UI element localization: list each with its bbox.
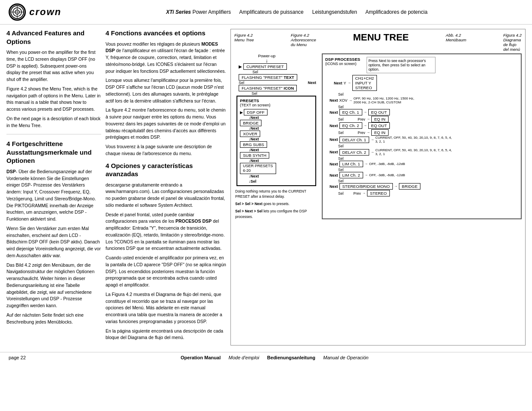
next-user-presets: ↓Next: [249, 174, 313, 178]
section2-p2: Wenn Sie den Verstärker zum ersten Mal e…: [6, 225, 101, 259]
eq-out-1: EQ OUT: [368, 109, 390, 115]
eq-ch2-box: EQ Ch. 2: [339, 122, 362, 129]
section2-p1: DSP- Über die Bedienungsanzeige auf der …: [6, 168, 101, 223]
stereo-bridge-sel-row: Sel Prev → STEREO: [338, 190, 518, 196]
brg-subs-box: BRG SUBS: [240, 141, 267, 148]
footer-page: page 22: [9, 355, 26, 360]
lim-ch2-row: Next LIM Ch. 2 → OFF, -3dB, -6dB, -12dB: [330, 172, 518, 178]
dsp-processes-block: DSP PROCESSES (ICONS on screen): [325, 57, 360, 66]
footer: page 22 Operation Manual Mode d'emploi B…: [0, 352, 532, 363]
header-title-italic: XTi Series: [166, 9, 191, 15]
menu-tree-big-title: MENU TREE: [353, 33, 409, 52]
section4-p4: La Figura 4.2 muestra el Diagrama de flu…: [106, 291, 226, 325]
mid-column: 4 Fonctions avancées et options Vous pou…: [106, 29, 226, 346]
eq-ch2-sel-row: Sel Prev → EQ IN: [338, 129, 518, 136]
preset-list: ▶ DSP OFF ↓Next BRIDGE ↓Next XOVER: [240, 109, 313, 178]
section3-p3: La figure 4.2 montre l'arborescence du m…: [106, 107, 226, 141]
section1-p3: On the next page is a description of eac…: [6, 115, 101, 129]
lim-ch1-next: Next: [330, 162, 338, 166]
page-wrapper: crown XTi Series Power Amplifiers Amplif…: [0, 0, 532, 363]
icons-on-screen: (ICONS on screen): [325, 62, 360, 66]
arr-eq-in-1: →: [367, 117, 370, 121]
next-1: Next: [308, 81, 316, 85]
section2-title: 4 Fortgeschrittene Ausstattungsmerkmale …: [6, 140, 101, 165]
delay-ch1-next: Next: [330, 137, 338, 142]
footer-center: Operation Manual Mode d'emploi Bedienung…: [180, 355, 368, 360]
flashing-preset-icon-row: FLASHING "PRESET" ICON: [239, 85, 318, 91]
sel-delay-ch1: Sel: [338, 144, 518, 148]
stereo-bridge-row: Next STEREO/BRIDGE MONO → BRIDGE: [330, 183, 518, 190]
section1-body: When you power-on the amplifier for the …: [6, 49, 101, 129]
dsp-processes-title: DSP PROCESSES: [325, 57, 360, 62]
y-label: Y: [344, 81, 346, 85]
press-next-note: Press Next to see each processor's optio…: [367, 57, 436, 73]
header-title-rest: Power Amplifiers: [191, 9, 231, 15]
footer-mode-emploi: Mode d'emploi: [229, 355, 259, 360]
lim-ch2-box: LIM Ch. 2: [339, 172, 363, 178]
xov-label: XOV: [339, 98, 348, 103]
eq-ch1-box: EQ Ch. 1: [339, 109, 362, 115]
xover-row: XOVER: [240, 131, 313, 137]
flashing-preset-text-box: FLASHING "PRESET" TEXT: [239, 74, 297, 81]
eq-ch1-next: Next: [330, 110, 338, 115]
header-subtitle3: Amplificadores de potencia: [365, 9, 427, 15]
header-subtitle1: Amplificateurs de puissance: [239, 9, 303, 15]
eq-in-1: EQ IN: [371, 116, 389, 122]
presets-area: PRESETS (TEXT on screen) ▶ DSP OFF ↓Next…: [236, 96, 316, 186]
left-flow: Power-up ↓ ▶ CURRENT PRESET Sel FLASHING…: [234, 53, 318, 219]
ch1-ch2-box: CH1+CH2INPUT YSTEREO: [352, 75, 377, 91]
figure-label-4: Figura 4.2Diagramade flujodel menú: [503, 33, 522, 52]
section2-p3: Das Bild 4.2 zeigt den Menübaum, der die…: [6, 262, 101, 309]
xov-arrow: →: [349, 99, 352, 103]
sel-2: Sel: [239, 81, 244, 85]
presets-label: PRESETS: [240, 98, 313, 103]
bottom-notes: Doing nothing returns you to the CURRENT…: [235, 189, 318, 220]
arrow-current: ▶: [239, 64, 242, 69]
user-presets-box: USER PRESETS 6-20: [240, 163, 276, 174]
bridge-row: BRIDGE: [240, 120, 313, 126]
note3: Sel > Next > Sel lets you configure the …: [235, 209, 318, 220]
next-xover: ↓Next: [249, 137, 313, 141]
section3-p1: Vous pouvez modifier les réglages de plu…: [106, 41, 226, 75]
prev-stereo-bridge: Prev: [353, 191, 361, 196]
delay-ch1-arrow: →: [370, 138, 374, 142]
section4-p3: Cuando usted enciende el amplificador po…: [106, 255, 226, 289]
flashing-preset-icon-box: FLASHING "PRESET" ICON: [239, 85, 297, 91]
lim-ch1-box: LIM Ch. 1: [339, 161, 363, 167]
logo-text: crown: [29, 6, 62, 18]
delay-ch2-box: DELAY Ch. 2: [339, 149, 370, 156]
header-title: XTi Series Power Amplifiers Amplificateu…: [70, 9, 523, 15]
arr-eq-in-2: →: [367, 131, 370, 134]
eq-ch1-sel-row: Sel Prev → EQ IN: [338, 116, 518, 122]
powerup-arrow: ↓: [265, 58, 318, 63]
figure-label-2: Figure 4.2Arborescencedu Menu: [291, 33, 316, 52]
y-arrow: →: [348, 81, 351, 85]
text-on-screen: (TEXT on screen): [240, 103, 313, 107]
y-row: Next Y → CH1+CH2INPUT YSTEREO: [325, 75, 518, 91]
xov-next: Next: [330, 98, 338, 103]
delay-ch2-next: Next: [330, 150, 338, 154]
section4-p5: En la página siguiente encontrará una de…: [106, 328, 226, 342]
section1-title: 4 Advanced Features and Options: [6, 29, 101, 46]
xov-row: Next XOV → OFF, 90 Hz, 100 Hz, 1200 Hz, …: [330, 97, 518, 104]
divider1: [6, 134, 101, 134]
footer-bedienungsanleitung: Bedienungsanleitung: [267, 355, 315, 360]
sel-eq-ch1: Sel: [338, 117, 343, 121]
next-dsp-off: ↓Next: [249, 115, 313, 120]
eq-in-2: EQ IN: [371, 129, 389, 136]
section4-title: 4 Opciones y características avanzadas: [106, 162, 226, 178]
current-preset-box: CURRENT PRESET: [243, 63, 287, 70]
left-column: 4 Advanced Features and Options When you…: [6, 29, 101, 346]
section3-p2: Lorsque vous allumez l'amplificateur pou…: [106, 77, 226, 104]
eq-ch2-arrow: →: [364, 124, 367, 128]
arr-stereo: →: [362, 191, 366, 195]
next-brg-subs: ↓Next: [249, 148, 313, 152]
section3-body: Vous pouvez modifier les réglages de plu…: [106, 41, 226, 157]
section1-p1: When you power-on the amplifier for the …: [6, 49, 101, 83]
y-next: Next: [334, 81, 342, 85]
lim-ch2-arrow: →: [364, 173, 368, 177]
figure-label-1: Figure 4.2Menu Tree: [234, 33, 254, 52]
sel-delay-ch2: Sel: [338, 156, 518, 161]
header-subtitle2: Leistungsendstufen: [312, 9, 357, 15]
dsp-off-box: DSP OFF: [244, 109, 268, 115]
